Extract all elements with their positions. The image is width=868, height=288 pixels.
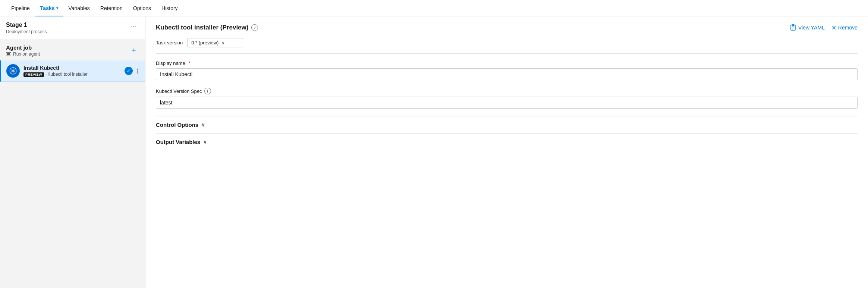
- nav-tasks[interactable]: Tasks ▾: [35, 0, 63, 16]
- control-options-section: Control Options ∨: [156, 116, 858, 133]
- tasks-dropdown-arrow: ▾: [56, 6, 58, 10]
- agent-icon: [6, 52, 11, 56]
- output-variables-header[interactable]: Output Variables ∨: [156, 139, 858, 145]
- close-icon: ✕: [831, 24, 836, 31]
- svg-line-4: [11, 69, 12, 71]
- display-name-input[interactable]: [156, 68, 858, 80]
- top-nav: Pipeline Tasks ▾ Variables Retention Opt…: [0, 0, 868, 16]
- detail-title-wrap: Kubectl tool installer (Preview) i: [156, 24, 258, 31]
- agent-job-info: Agent job Run on agent: [6, 44, 40, 57]
- control-options-chevron: ∨: [201, 122, 205, 128]
- control-options-header[interactable]: Control Options ∨: [156, 122, 858, 128]
- task-more-options-button[interactable]: [136, 67, 140, 75]
- svg-line-5: [14, 71, 15, 72]
- svg-line-7: [14, 69, 15, 71]
- agent-job-subtitle: Run on agent: [6, 51, 40, 57]
- output-variables-chevron: ∨: [203, 139, 207, 145]
- nav-pipeline[interactable]: Pipeline: [6, 0, 35, 16]
- task-right: ✓: [125, 67, 140, 75]
- left-panel: Stage 1 Deployment process ⋯ Agent job R…: [0, 16, 145, 288]
- display-name-label: Display name *: [156, 60, 858, 66]
- nav-options[interactable]: Options: [128, 0, 156, 16]
- separator-1: [156, 53, 858, 54]
- kubectl-version-label: Kubectl Version Spec i: [156, 88, 858, 94]
- nav-retention[interactable]: Retention: [95, 0, 128, 16]
- yaml-icon: [790, 24, 796, 31]
- task-info: Install Kubectl PREVIEW Kubectl tool ins…: [23, 65, 125, 77]
- required-asterisk: *: [189, 60, 191, 66]
- task-version-label: Task version: [156, 40, 183, 46]
- task-icon-wrap: [6, 64, 20, 78]
- add-task-button[interactable]: +: [129, 46, 139, 56]
- detail-title: Kubectl tool installer (Preview): [156, 24, 248, 31]
- stage-info: Stage 1 Deployment process: [6, 22, 47, 34]
- right-panel: Kubectl tool installer (Preview) i View …: [145, 16, 868, 288]
- svg-point-1: [12, 70, 14, 72]
- version-dropdown-arrow: ∨: [221, 40, 225, 46]
- nav-history[interactable]: History: [156, 0, 183, 16]
- task-check-icon: ✓: [125, 67, 133, 75]
- svg-line-6: [11, 71, 12, 72]
- stage-more-options-button[interactable]: ⋯: [129, 22, 139, 30]
- task-name: Install Kubectl: [23, 65, 125, 71]
- kubectl-icon: [9, 67, 17, 75]
- display-name-section: Display name *: [156, 60, 858, 80]
- task-version-row: Task version 0.* (preview) ∨: [156, 38, 858, 47]
- task-subtitle: PREVIEW Kubectl tool installer: [23, 72, 125, 77]
- nav-variables[interactable]: Variables: [63, 0, 95, 16]
- agent-job-title: Agent job: [6, 44, 40, 51]
- task-version-select[interactable]: 0.* (preview) ∨: [187, 38, 243, 47]
- svg-rect-9: [792, 25, 794, 26]
- stage-title: Stage 1: [6, 22, 47, 28]
- detail-actions: View YAML ✕ Remove: [790, 24, 858, 31]
- view-yaml-button[interactable]: View YAML: [790, 24, 825, 31]
- remove-button[interactable]: ✕ Remove: [831, 24, 858, 31]
- info-icon[interactable]: i: [251, 24, 258, 31]
- kubectl-version-input[interactable]: [156, 97, 858, 109]
- kubectl-version-info-icon[interactable]: i: [204, 88, 211, 94]
- detail-header: Kubectl tool installer (Preview) i View …: [156, 24, 858, 31]
- stage-subtitle: Deployment process: [6, 29, 47, 34]
- main-layout: Stage 1 Deployment process ⋯ Agent job R…: [0, 16, 868, 288]
- task-badge: PREVIEW: [23, 72, 44, 77]
- kubectl-version-section: Kubectl Version Spec i: [156, 88, 858, 109]
- agent-job-section: Agent job Run on agent +: [0, 39, 145, 83]
- task-item[interactable]: Install Kubectl PREVIEW Kubectl tool ins…: [0, 60, 145, 82]
- agent-job-header: Agent job Run on agent +: [0, 41, 145, 60]
- output-variables-section: Output Variables ∨: [156, 133, 858, 150]
- stage-header: Stage 1 Deployment process ⋯: [0, 16, 145, 39]
